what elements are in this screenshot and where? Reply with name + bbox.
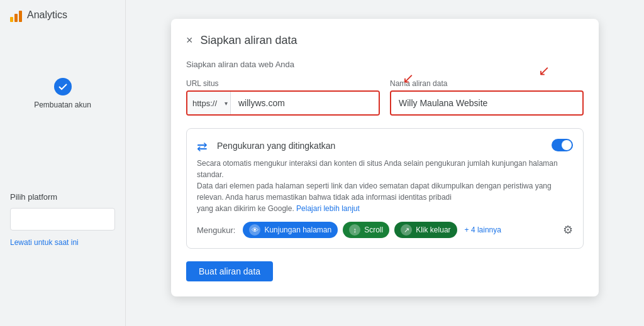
scroll-icon: ↕ [349, 224, 360, 236]
enhanced-title: Pengukuran yang ditingkatkan [217, 141, 335, 151]
app-title: Analytics [27, 9, 67, 21]
chip-scroll-label: Scroll [364, 225, 383, 234]
step-account-creation: Pembuatan akun [0, 68, 125, 119]
enhanced-header-left: ⇄ Pengukuran yang ditingkatkan [197, 139, 335, 153]
url-protocol-wrapper[interactable]: https:// http:// ▾ [187, 92, 231, 114]
chip-page-visits-label: Kunjungan halaman [264, 225, 331, 234]
step-circle [54, 78, 72, 95]
dialog-header: × Siapkan aliran data [186, 34, 584, 47]
platform-section: Pilih platform Lewati untuk saat ini [0, 182, 125, 257]
url-field-group: URL situs https:// http:// ▾ [186, 79, 380, 116]
platform-label: Pilih platform [10, 192, 57, 202]
step-label: Pembuatan akun [34, 101, 91, 109]
chip-outbound-label: Klik keluar [416, 225, 450, 234]
click-icon: ↗ [401, 224, 412, 236]
close-button[interactable]: × [186, 34, 193, 47]
toggle-switch[interactable] [552, 139, 573, 151]
platform-input[interactable] [10, 208, 115, 231]
fields-row: URL situs https:// http:// ▾ Nama aliran… [186, 79, 584, 116]
section-label: Siapkan aliran data web Anda [186, 60, 584, 69]
main-content: URL yang akandigunakan ↙ Nama Website ↙ … [126, 0, 644, 326]
expand-icon[interactable]: ⇄ [197, 139, 211, 153]
measuring-row: Mengukur: 👁 Kunjungan halaman ↕ Scroll ↗… [197, 222, 573, 238]
sidebar: Analytics Pembuatan akun Pilih platform … [0, 0, 126, 326]
chip-outbound[interactable]: ↗ Klik keluar [394, 222, 457, 238]
dialog: × Siapkan aliran data Siapkan aliran dat… [171, 19, 599, 296]
name-input-group [390, 90, 584, 116]
analytics-icon [10, 8, 22, 22]
more-chip[interactable]: + 4 lainnya [465, 225, 501, 234]
chip-scroll[interactable]: ↕ Scroll [343, 222, 389, 238]
skip-link[interactable]: Lewati untuk saat ini [10, 238, 79, 247]
enhanced-header: ⇄ Pengukuran yang ditingkatkan [197, 139, 573, 153]
enhanced-measurement-section: ⇄ Pengukuran yang ditingkatkan Secara ot… [186, 128, 584, 249]
create-stream-button[interactable]: Buat aliran data [186, 261, 273, 281]
name-field-label: Nama aliran data [390, 79, 584, 88]
gear-icon[interactable]: ⚙ [563, 223, 573, 237]
learn-more-link[interactable]: Pelajari lebih lanjut [296, 204, 360, 213]
url-field-label: URL situs [186, 79, 380, 88]
name-field-group: Nama aliran data [390, 79, 584, 116]
url-input-group: https:// http:// ▾ [186, 90, 380, 116]
chip-page-visits[interactable]: 👁 Kunjungan halaman [243, 222, 338, 238]
dialog-title: Siapkan aliran data [201, 34, 297, 47]
url-text-input[interactable] [231, 92, 379, 114]
name-input[interactable] [391, 92, 582, 114]
url-protocol-select[interactable]: https:// http:// [192, 99, 228, 108]
enhanced-description: Secara otomatis mengukur interaksi dan k… [197, 158, 573, 214]
app-header: Analytics [0, 0, 125, 30]
measuring-label: Mengukur: [197, 225, 235, 235]
eye-icon: 👁 [249, 224, 260, 236]
